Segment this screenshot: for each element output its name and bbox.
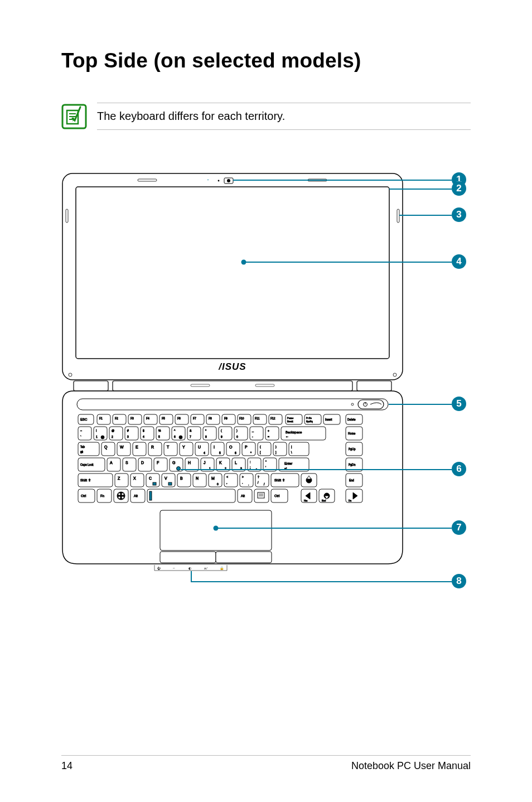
svg-text:R: R xyxy=(151,445,154,449)
svg-text:": " xyxy=(265,460,267,463)
svg-text:ESC: ESC xyxy=(80,418,88,421)
svg-text:1: 1 xyxy=(209,467,211,470)
note-icon xyxy=(61,104,87,129)
svg-text:Fn: Fn xyxy=(100,494,104,497)
svg-rect-218 xyxy=(346,474,362,487)
svg-text:F2: F2 xyxy=(115,417,118,420)
svg-text:|: | xyxy=(291,445,292,448)
svg-text:.: . xyxy=(248,482,249,486)
svg-text:F5: F5 xyxy=(162,417,165,420)
svg-text:F12: F12 xyxy=(270,417,275,420)
svg-point-10 xyxy=(218,180,220,182)
svg-rect-112 xyxy=(101,442,115,456)
svg-rect-160 xyxy=(185,458,199,471)
svg-text:←: ← xyxy=(286,435,289,438)
svg-text:SysRq: SysRq xyxy=(306,420,313,423)
callout-5: 5 xyxy=(452,397,466,411)
svg-text:ᴀ/: ᴀ/ xyxy=(204,567,207,570)
svg-rect-20 xyxy=(191,384,210,386)
svg-rect-199 xyxy=(209,474,222,487)
svg-rect-149 xyxy=(107,458,120,471)
svg-rect-168 xyxy=(232,458,245,471)
svg-point-69 xyxy=(101,436,104,439)
svg-text:$: $ xyxy=(143,429,144,432)
svg-text:0: 0 xyxy=(236,435,238,438)
svg-text:F10: F10 xyxy=(239,417,244,420)
svg-text:,: , xyxy=(226,481,227,484)
svg-rect-56 xyxy=(304,414,321,424)
svg-rect-151 xyxy=(123,458,136,471)
svg-rect-133 xyxy=(242,442,255,456)
svg-text:T: T xyxy=(167,445,170,449)
svg-text:F11: F11 xyxy=(255,417,260,420)
svg-text:Shift ⇧: Shift ⇧ xyxy=(80,479,91,482)
svg-text:3: 3 xyxy=(240,467,242,470)
svg-rect-178 xyxy=(279,458,309,471)
svg-text:F4: F4 xyxy=(146,417,149,420)
svg-rect-227 xyxy=(122,493,124,495)
svg-text:+: + xyxy=(268,429,269,432)
svg-text:Hm: Hm xyxy=(304,499,308,502)
svg-text:V: V xyxy=(165,476,167,480)
svg-text:5: 5 xyxy=(219,451,221,455)
svg-text:F8: F8 xyxy=(209,417,212,420)
svg-rect-120 xyxy=(164,442,177,456)
svg-text:S: S xyxy=(125,461,128,465)
svg-text:<: < xyxy=(226,475,228,479)
svg-rect-226 xyxy=(118,493,120,495)
svg-rect-114 xyxy=(117,442,130,456)
svg-rect-116 xyxy=(133,442,146,456)
laptop-diagram: /ISUS xyxy=(57,170,414,572)
svg-text:Z: Z xyxy=(118,476,120,480)
svg-text:#: # xyxy=(127,429,129,432)
svg-rect-53 xyxy=(286,414,302,424)
svg-text:Backspace: Backspace xyxy=(286,431,302,434)
svg-text:End: End xyxy=(322,499,326,502)
svg-text:⏻: ⏻ xyxy=(157,567,161,570)
svg-text:H: H xyxy=(188,461,191,465)
svg-text:F9: F9 xyxy=(224,417,228,420)
svg-text:Enter: Enter xyxy=(284,462,292,465)
svg-text:1: 1 xyxy=(96,435,98,438)
svg-rect-232 xyxy=(147,489,235,503)
svg-rect-122 xyxy=(180,442,193,456)
page-footer: 14 Notebook PC User Manual xyxy=(61,755,471,772)
svg-rect-165 xyxy=(216,458,230,471)
page-title: Top Side (on selected models) xyxy=(61,49,471,73)
page-number: 14 xyxy=(61,760,72,772)
svg-text:Y: Y xyxy=(182,445,185,449)
svg-text:J: J xyxy=(204,461,206,465)
svg-text:O: O xyxy=(229,445,233,449)
svg-text:?: ? xyxy=(258,475,259,479)
svg-rect-142 xyxy=(289,442,309,456)
svg-rect-18 xyxy=(113,381,352,391)
svg-rect-153 xyxy=(138,458,152,471)
svg-text:◐: ◐ xyxy=(188,567,191,570)
svg-text:K: K xyxy=(219,461,222,465)
svg-text:Ctrl: Ctrl xyxy=(274,494,279,497)
svg-rect-195 xyxy=(177,474,191,487)
svg-text:Pause: Pause xyxy=(287,417,294,419)
svg-rect-22 xyxy=(77,399,388,410)
svg-point-85 xyxy=(179,436,182,439)
svg-text:!: ! xyxy=(96,429,96,432)
svg-text:6: 6 xyxy=(235,451,236,455)
svg-rect-127 xyxy=(211,442,224,456)
svg-text:X: X xyxy=(133,476,136,480)
callout-3: 3 xyxy=(452,207,466,222)
svg-text:F7: F7 xyxy=(193,417,196,420)
svg-text:7: 7 xyxy=(190,435,191,438)
svg-rect-21 xyxy=(255,384,274,386)
svg-rect-197 xyxy=(193,474,206,487)
svg-point-14 xyxy=(241,260,246,265)
svg-text:>: > xyxy=(242,475,244,479)
svg-rect-12 xyxy=(66,209,68,223)
svg-text:Insert: Insert xyxy=(325,418,332,421)
svg-text:*: * xyxy=(205,429,206,432)
svg-rect-185 xyxy=(115,474,128,487)
svg-text:↵: ↵ xyxy=(284,467,287,470)
svg-point-253 xyxy=(214,526,219,531)
svg-rect-228 xyxy=(118,496,120,499)
svg-text:M: M xyxy=(211,476,215,480)
svg-rect-254 xyxy=(160,552,216,563)
